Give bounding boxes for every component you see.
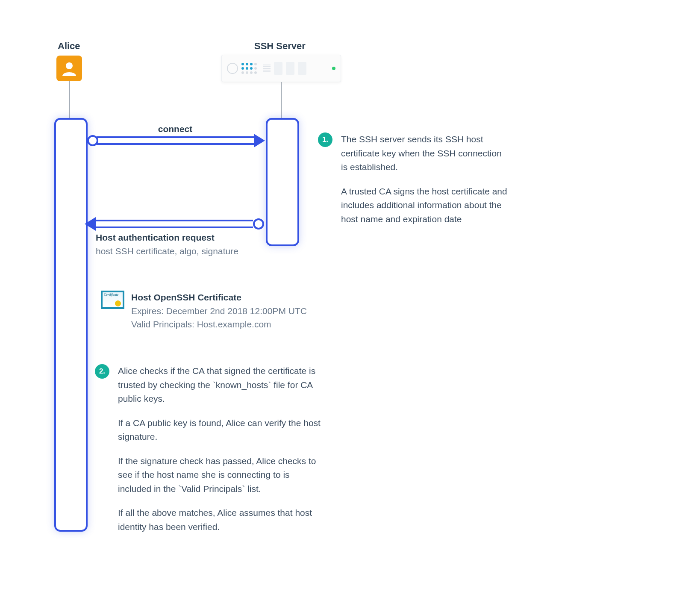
server-icon [221, 55, 341, 82]
lifeline-server [266, 118, 299, 246]
certificate-info: Host OpenSSH Certificate Expires: Decemb… [131, 291, 307, 331]
certificate-block: Certificate Host OpenSSH Certificate Exp… [101, 291, 307, 331]
certificate-title: Host OpenSSH Certificate [131, 291, 307, 304]
host-auth-title: Host authentication request [96, 231, 238, 244]
step-1-text: The SSH server sends its SSH host certif… [341, 132, 510, 236]
step-badge-2: 2. [95, 364, 109, 379]
user-avatar-icon [56, 56, 82, 81]
person-icon [61, 60, 78, 77]
arrow-label-host-auth: Host authentication request host SSH cer… [96, 231, 238, 258]
arrow-label-connect: connect [150, 124, 201, 134]
arrow-head-icon [254, 134, 265, 147]
arrow-connect [97, 136, 254, 145]
connector-line [69, 81, 70, 118]
host-auth-subtitle: host SSH certificate, algo, signature [96, 244, 238, 258]
arrow-origin-circle [253, 218, 264, 230]
step-1: 1. The SSH server sends its SSH host cer… [318, 132, 510, 236]
diagram-canvas: Alice SSH Server connect Host authenti [0, 0, 700, 612]
actor-label-server: SSH Server [254, 41, 306, 52]
actor-label-alice: Alice [58, 41, 80, 52]
certificate-icon: Certificate [101, 291, 124, 309]
svg-point-0 [66, 62, 73, 69]
arrow-head-icon [85, 217, 96, 231]
step-2-text: Alice checks if the CA that signed the c… [118, 364, 321, 544]
step-badge-1: 1. [318, 132, 332, 147]
lifeline-alice [54, 118, 88, 532]
connector-line [281, 82, 282, 118]
arrow-host-auth [96, 220, 253, 228]
certificate-expires: Expires: December 2nd 2018 12:00PM UTC [131, 304, 307, 318]
step-2: 2. Alice checks if the CA that signed th… [95, 364, 321, 544]
certificate-principals: Valid Principals: Host.example.com [131, 318, 307, 331]
